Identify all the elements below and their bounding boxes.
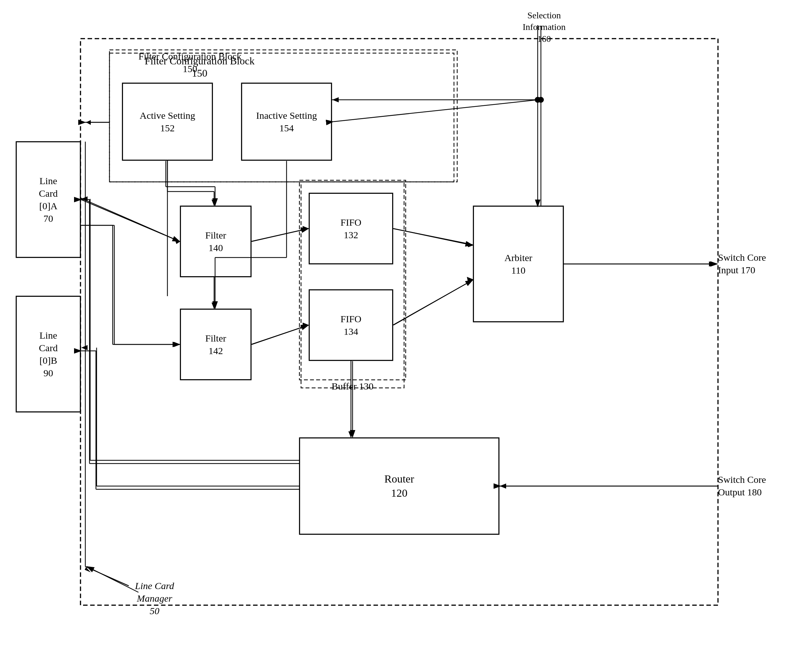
svg-marker-29 bbox=[175, 239, 180, 244]
diagram-container: Filter Configuration Block 150 bbox=[0, 0, 812, 657]
inactive-setting-box: Inactive Setting154 bbox=[242, 83, 332, 160]
svg-marker-35 bbox=[302, 226, 309, 231]
router-120-box: Router120 bbox=[299, 438, 499, 534]
svg-marker-53 bbox=[500, 484, 506, 489]
svg-line-40 bbox=[393, 280, 473, 325]
selection-info-label: SelectionInformation160 bbox=[509, 10, 580, 45]
svg-marker-51 bbox=[81, 345, 87, 350]
svg-line-36 bbox=[251, 325, 309, 344]
svg-marker-33 bbox=[174, 342, 180, 347]
svg-line-28 bbox=[81, 198, 180, 241]
svg-marker-24 bbox=[212, 199, 217, 206]
svg-marker-27 bbox=[212, 303, 217, 309]
filter-142-box: Filter142 bbox=[180, 309, 251, 380]
line-card-b-box: LineCard[0]B90 bbox=[16, 296, 81, 412]
line-card-a-box: LineCard[0]A70 bbox=[16, 142, 81, 257]
filter-140-box: Filter140 bbox=[180, 206, 251, 277]
svg-line-38 bbox=[393, 229, 473, 244]
line-card-manager-label: Line CardManager50 bbox=[119, 579, 190, 617]
arbiter-110-box: Arbiter110 bbox=[473, 206, 563, 322]
diagram-svg: Filter Configuration Block 150 bbox=[0, 0, 812, 657]
buffer-130-label: Buffer 130 bbox=[299, 380, 406, 392]
svg-marker-43 bbox=[709, 262, 715, 266]
svg-marker-19 bbox=[332, 97, 339, 102]
fifo-132-box: FIFO132 bbox=[309, 193, 393, 264]
switch-core-input-label: Switch CoreInput 170 bbox=[718, 251, 798, 276]
svg-marker-37 bbox=[302, 322, 309, 328]
switch-core-output-label: Switch CoreOutput 180 bbox=[718, 473, 798, 498]
active-setting-box: Active Setting152 bbox=[122, 83, 212, 160]
svg-line-34 bbox=[251, 229, 309, 241]
filter-config-block-label: Filter Configuration Block150 bbox=[109, 50, 270, 75]
svg-point-20 bbox=[538, 97, 544, 103]
svg-marker-59 bbox=[86, 120, 91, 125]
fifo-134-box: FIFO134 bbox=[309, 290, 393, 361]
svg-marker-45 bbox=[348, 431, 354, 438]
